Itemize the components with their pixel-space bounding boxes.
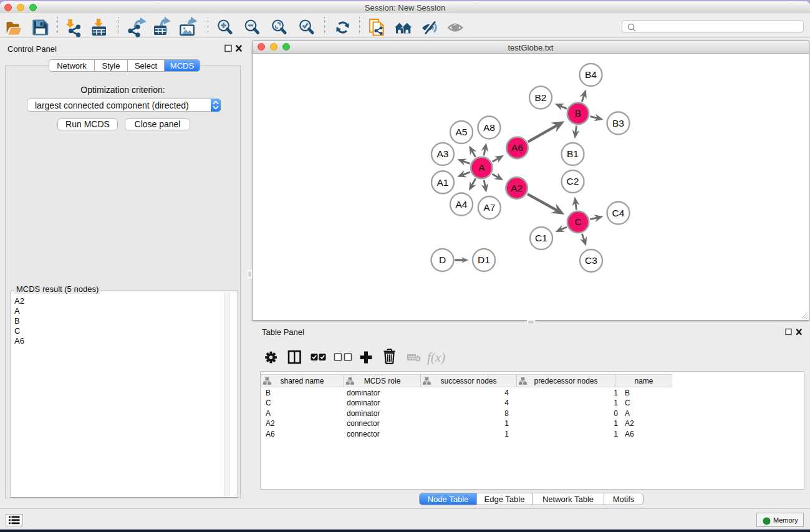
svg-text:f(x): f(x) xyxy=(427,350,445,365)
svg-text:D: D xyxy=(439,254,446,265)
svg-text:B1: B1 xyxy=(567,148,579,159)
svg-text:A3: A3 xyxy=(437,148,449,159)
svg-text:B2: B2 xyxy=(535,92,547,103)
svg-text:D1: D1 xyxy=(478,254,490,265)
svg-text:A7: A7 xyxy=(483,202,495,213)
svg-text:A6: A6 xyxy=(511,142,523,153)
svg-text:C1: C1 xyxy=(535,233,547,243)
svg-text:C3: C3 xyxy=(585,255,597,266)
svg-text:A2: A2 xyxy=(511,183,523,193)
svg-text:A5: A5 xyxy=(456,127,468,137)
svg-text:B3: B3 xyxy=(612,118,624,128)
svg-text:C: C xyxy=(574,216,581,227)
svg-text:A: A xyxy=(478,162,485,173)
svg-text:B: B xyxy=(575,108,581,118)
svg-text:C2: C2 xyxy=(567,176,579,186)
svg-text:A1: A1 xyxy=(437,177,449,188)
svg-text:A4: A4 xyxy=(456,199,468,210)
svg-text:C4: C4 xyxy=(612,208,625,218)
svg-text:B4: B4 xyxy=(585,69,597,80)
svg-text:A8: A8 xyxy=(483,122,495,133)
